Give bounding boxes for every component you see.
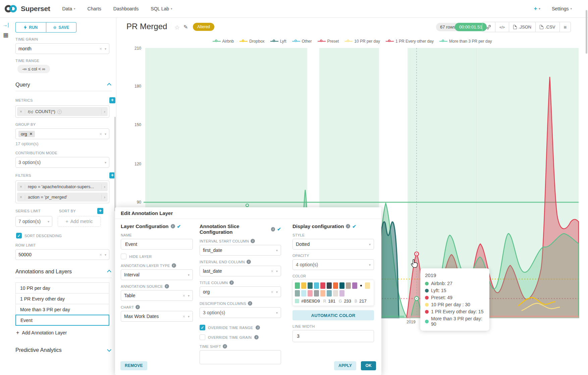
info-icon[interactable]: i <box>256 325 260 330</box>
color-swatch[interactable] <box>314 290 319 297</box>
line-width-input[interactable] <box>292 330 374 342</box>
color-swatch[interactable] <box>308 290 313 297</box>
override-time-grain-checkbox[interactable]: OVERRIDE TIME GRAIN i <box>200 334 281 340</box>
embed-code-button[interactable]: </> <box>495 22 509 32</box>
time-grain-select[interactable]: month × ▾ <box>15 43 109 54</box>
hex-value[interactable]: #B5E9D9 <box>301 299 320 304</box>
legend-item[interactable]: More than 3 PR per day <box>439 39 492 44</box>
datasource-grid-icon[interactable]: ▦ <box>0 32 11 39</box>
apply-button[interactable]: APPLY <box>334 361 356 370</box>
color-swatch[interactable] <box>339 282 344 289</box>
remove-tag-icon[interactable]: ✕ <box>30 132 33 136</box>
override-time-range-checkbox[interactable]: ✓ OVERRIDE TIME RANGE i <box>200 325 281 330</box>
annotation-layer-item[interactable]: 10 PR per day <box>15 282 109 293</box>
expand-chevron-icon[interactable]: › <box>101 195 108 200</box>
superset-logo[interactable]: Superset <box>5 5 50 13</box>
add-metric-button[interactable]: + <box>109 97 115 103</box>
panel-scrollbar[interactable] <box>114 117 116 211</box>
hide-layer-checkbox[interactable]: HIDE LAYER <box>121 254 193 259</box>
info-icon[interactable]: i <box>172 263 176 268</box>
info-icon[interactable]: i <box>271 227 275 231</box>
clear-icon[interactable]: × <box>182 293 185 298</box>
export-json-button[interactable]: .JSON <box>509 22 536 32</box>
info-icon[interactable]: i <box>248 301 252 306</box>
color-swatch-selected[interactable] <box>359 282 364 289</box>
legend-item[interactable]: Preset <box>318 39 339 44</box>
remove-icon[interactable]: × <box>17 109 25 114</box>
color-swatch[interactable] <box>333 290 338 297</box>
sort-by-add-metric[interactable]: +Add metric <box>58 216 101 227</box>
color-swatch[interactable] <box>365 282 370 289</box>
nav-data[interactable]: Data▾ <box>62 6 75 11</box>
contribution-mode-select[interactable]: 3 option(s) ▾ <box>15 157 109 168</box>
color-swatch[interactable] <box>301 282 306 289</box>
title-column-select[interactable]: org × ▾ <box>200 286 281 297</box>
automatic-color-button[interactable]: AUTOMATIC COLOR <box>292 310 374 320</box>
run-button[interactable]: RUN <box>15 22 46 33</box>
color-swatch[interactable] <box>314 282 319 289</box>
expand-chevron-icon[interactable]: › <box>101 184 108 189</box>
sort-descending-checkbox[interactable]: ✓ SORT DESCENDING <box>16 233 116 238</box>
info-icon[interactable]: i <box>229 280 234 285</box>
expand-chevron-icon[interactable] <box>107 347 111 352</box>
info-icon[interactable]: i <box>251 239 255 243</box>
opacity-select[interactable]: 4 option(s) ▾ <box>292 259 374 270</box>
info-icon[interactable]: i <box>254 335 259 339</box>
info-icon[interactable]: i <box>223 344 227 349</box>
time-range-pill[interactable]: -∞ ≤ col < ∞ <box>17 65 50 73</box>
edit-pencil-icon[interactable]: ✎ <box>183 24 188 30</box>
color-swatch[interactable] <box>308 282 313 289</box>
annotation-layer-item[interactable]: 1 PR Every other day <box>15 293 109 304</box>
info-icon[interactable]: i <box>171 224 175 228</box>
color-swatch[interactable] <box>301 290 306 297</box>
annotation-layer-type-select[interactable]: Interval ▾ <box>121 269 193 280</box>
chart-select[interactable]: Max Work Dates × ▾ <box>121 311 193 322</box>
collapse-panel-icon[interactable]: →| <box>0 22 11 28</box>
expand-chevron-icon[interactable]: › <box>101 109 108 114</box>
settings-menu[interactable]: Settings▾ <box>552 6 572 11</box>
nav-sql-lab[interactable]: SQL Lab▾ <box>151 6 172 11</box>
group-by-tag[interactable]: org✕ <box>18 131 35 137</box>
collapse-chevron-icon[interactable] <box>107 83 111 87</box>
share-link-button[interactable] <box>482 22 495 32</box>
clear-icon[interactable]: × <box>271 289 273 294</box>
description-columns-select[interactable]: 3 option(s) ▾ <box>200 307 281 318</box>
collapse-chevron-icon[interactable] <box>107 270 111 274</box>
add-annotation-layer-button[interactable]: + Add Annotation Layer <box>16 330 116 336</box>
group-by-select[interactable]: org✕ × ▾ <box>15 128 109 139</box>
style-select[interactable]: Dotted ▾ <box>292 239 374 250</box>
clear-icon[interactable]: × <box>99 46 102 51</box>
export-csv-button[interactable]: .CSV <box>536 22 559 32</box>
name-input[interactable] <box>121 239 193 250</box>
b-value[interactable]: 217 <box>359 299 367 304</box>
remove-icon[interactable]: × <box>17 184 25 189</box>
new-item-button[interactable]: +▾ <box>534 5 540 12</box>
series-limit-select[interactable]: 7 option(s) ▾ <box>15 216 52 227</box>
color-swatch[interactable] <box>295 290 300 297</box>
color-swatch[interactable] <box>327 282 332 289</box>
clear-icon[interactable]: × <box>271 269 273 274</box>
info-icon[interactable]: i <box>346 224 350 228</box>
metric-pill[interactable]: × f(x)COUNT(*)? › <box>17 107 108 116</box>
interval-start-select[interactable]: first_date ▾ <box>200 245 281 256</box>
nav-dashboards[interactable]: Dashboards <box>113 6 139 11</box>
save-button[interactable]: ⊕ SAVE <box>46 22 77 33</box>
legend-item[interactable]: Airbnb <box>213 39 234 44</box>
clear-icon[interactable]: × <box>99 252 102 257</box>
legend-item[interactable]: Dropbox <box>239 39 264 44</box>
row-limit-select[interactable]: 50000 × ▾ <box>15 249 109 260</box>
ok-button[interactable]: OK <box>361 361 376 370</box>
filter-pill[interactable]: × action = 'pr_merged' › <box>17 193 108 202</box>
legend-item[interactable]: Lyft <box>270 39 286 44</box>
more-menu-button[interactable]: ≡ <box>560 22 571 32</box>
clear-icon[interactable]: × <box>182 314 185 319</box>
window-scrollbar[interactable] <box>586 10 587 54</box>
add-sort-metric-button[interactable]: + <box>97 208 103 214</box>
legend-item[interactable]: 1 PR Every other day <box>386 39 434 44</box>
remove-icon[interactable]: × <box>17 195 25 200</box>
color-swatch[interactable] <box>320 290 325 297</box>
altered-badge[interactable]: Altered <box>193 23 214 31</box>
legend-item[interactable]: 10 PR per day <box>344 39 380 44</box>
info-icon[interactable]: i <box>247 260 251 264</box>
g-value[interactable]: 233 <box>344 299 351 304</box>
